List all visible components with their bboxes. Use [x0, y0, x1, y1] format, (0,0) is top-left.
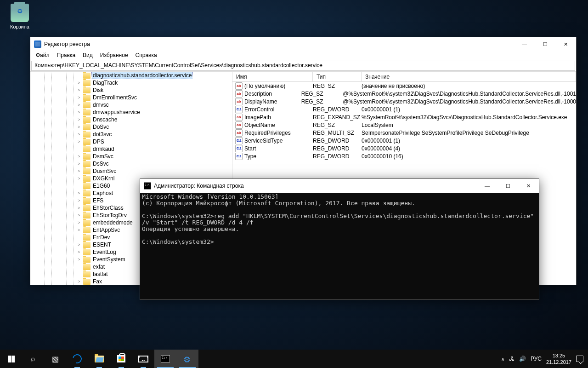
mail-taskbar[interactable] [132, 350, 154, 368]
cmd-titlebar[interactable]: Администратор: Командная строка — ☐ ✕ [140, 179, 539, 193]
store-taskbar[interactable] [110, 350, 132, 368]
close-button[interactable]: ✕ [555, 37, 576, 51]
folder-icon [83, 249, 90, 255]
chevron-icon[interactable]: > [76, 242, 82, 247]
value-data: 0x00000004 (4) [362, 145, 576, 152]
regedit-title: Редактор реестра [44, 41, 514, 47]
value-row[interactable]: ImagePathREG_EXPAND_SZ%SystemRoot%\syste… [232, 113, 576, 121]
cmd-output[interactable]: Microsoft Windows [Version 10.0.15063] (… [140, 193, 539, 299]
chevron-icon[interactable]: > [76, 80, 82, 85]
chevron-icon[interactable]: > [76, 88, 82, 92]
maximize-button[interactable]: ☐ [498, 179, 518, 193]
close-button[interactable]: ✕ [518, 179, 539, 193]
value-row[interactable]: DisplayNameREG_SZ@%SystemRoot%\system32\… [232, 98, 576, 105]
tree-label: exfat [92, 264, 106, 270]
tray-overflow[interactable]: ∧ [501, 356, 504, 362]
minimize-button[interactable]: — [514, 37, 535, 51]
tree-item[interactable]: >DiagTrack [30, 79, 232, 86]
regedit-address[interactable]: Компьютер\HKEY_LOCAL_MACHINE\SYSTEM\Curr… [31, 61, 575, 71]
action-center-icon[interactable] [576, 356, 583, 362]
chevron-icon[interactable]: > [76, 250, 82, 254]
value-row[interactable]: DescriptionREG_SZ@%SystemRoot%\system32\… [232, 90, 576, 98]
value-type-icon [235, 121, 243, 129]
network-icon[interactable]: 🖧 [509, 356, 514, 362]
chevron-icon[interactable]: > [76, 103, 82, 107]
chevron-icon[interactable]: > [76, 176, 82, 181]
chevron-icon[interactable]: > [76, 206, 82, 210]
value-type-icon [235, 114, 243, 121]
tree-label: Eaphost [92, 190, 114, 196]
menu-Справка[interactable]: Справка [132, 51, 161, 60]
chevron-icon[interactable]: > [76, 110, 82, 115]
value-row[interactable]: ErrorControlREG_DWORD0x00000001 (1) [232, 105, 576, 113]
maximize-button[interactable]: ☐ [535, 37, 555, 51]
tree-item[interactable]: >Dnscache [30, 116, 232, 123]
clock-date: 21.12.2017 [546, 359, 571, 365]
tree-item[interactable]: >DsSvc [30, 160, 232, 167]
chevron-icon[interactable]: > [76, 213, 82, 218]
task-view-button[interactable]: ▧ [44, 350, 66, 368]
tree-item[interactable]: >DmEnrollmentSvc [30, 94, 232, 101]
edge-taskbar[interactable] [66, 350, 88, 368]
tree-item[interactable]: >dot3svc [30, 131, 232, 138]
chevron-icon[interactable]: > [76, 220, 82, 225]
value-row[interactable]: StartREG_DWORD0x00000004 (4) [232, 144, 576, 152]
tree-item[interactable]: >DoSvc [30, 123, 232, 131]
chevron-icon[interactable]: > [76, 169, 82, 173]
tree-item[interactable]: >Disk [30, 86, 232, 94]
tree-item[interactable]: diagnosticshub.standardcollector.service [30, 72, 232, 79]
chevron-icon[interactable]: > [76, 161, 82, 166]
start-button[interactable] [0, 350, 22, 368]
value-row[interactable]: (По умолчанию)REG_SZ(значение не присвое… [232, 82, 576, 90]
services-taskbar[interactable] [176, 350, 198, 368]
value-row[interactable]: ObjectNameREG_SZLocalSystem [232, 121, 576, 129]
tree-item[interactable]: >DPS [30, 138, 232, 145]
chevron-icon[interactable]: > [76, 132, 82, 137]
col-type[interactable]: Тип [313, 72, 362, 81]
explorer-taskbar[interactable] [88, 350, 110, 368]
clock[interactable]: 13:25 21.12.2017 [546, 352, 571, 365]
cmd-taskbar[interactable] [154, 350, 176, 368]
regedit-titlebar[interactable]: Редактор реестра — ☐ ✕ [30, 37, 576, 51]
chevron-icon[interactable]: > [76, 279, 82, 284]
chevron-icon[interactable]: > [76, 257, 82, 262]
folder-icon [83, 198, 90, 204]
value-data: 0x00000010 (16) [362, 153, 576, 160]
tree-label: EventSystem [92, 256, 126, 263]
col-name[interactable]: Имя [232, 72, 313, 81]
tree-item[interactable]: >DsmSvc [30, 153, 232, 160]
chevron-icon[interactable]: > [76, 125, 82, 129]
tree-label: embeddedmode [92, 219, 134, 226]
chevron-icon[interactable]: > [76, 228, 82, 232]
chevron-icon[interactable]: > [76, 154, 82, 159]
volume-icon[interactable]: 🔊 [519, 356, 526, 362]
menu-Избранное[interactable]: Избранное [96, 51, 132, 60]
recycle-bin[interactable]: Корзина [4, 4, 36, 29]
tree-item[interactable]: >dmvsc [30, 101, 232, 109]
tree-label: DmEnrollmentSvc [92, 94, 138, 101]
clock-time: 13:25 [546, 352, 571, 359]
minimize-button[interactable]: — [477, 179, 498, 193]
regedit-menubar: ФайлПравкаВидИзбранноеСправка [30, 51, 576, 60]
menu-Правка[interactable]: Правка [53, 51, 79, 60]
cmd-title: Администратор: Командная строка [154, 183, 477, 189]
chevron-icon[interactable]: > [76, 198, 82, 203]
tree-item[interactable]: >dmwappushservice [30, 109, 232, 116]
value-row[interactable]: RequiredPrivilegesREG_MULTI_SZSeImperson… [232, 129, 576, 137]
folder-icon [83, 183, 90, 189]
chevron-icon[interactable]: > [76, 95, 82, 100]
value-type: REG_SZ [301, 91, 343, 97]
value-type: REG_DWORD [313, 106, 362, 113]
chevron-icon[interactable]: > [76, 117, 82, 122]
col-value[interactable]: Значение [362, 72, 576, 81]
menu-Файл[interactable]: Файл [32, 51, 53, 60]
language-indicator[interactable]: РУС [531, 356, 542, 362]
menu-Вид[interactable]: Вид [79, 51, 96, 60]
tree-item[interactable]: >DusmSvc [30, 167, 232, 175]
search-button[interactable]: ⌕ [22, 350, 44, 368]
value-row[interactable]: ServiceSidTypeREG_DWORD0x00000001 (1) [232, 137, 576, 144]
tree-item[interactable]: drmkaud [30, 145, 232, 153]
value-row[interactable]: TypeREG_DWORD0x00000010 (16) [232, 152, 576, 160]
chevron-icon[interactable]: > [76, 139, 82, 144]
chevron-icon[interactable]: > [76, 191, 82, 196]
